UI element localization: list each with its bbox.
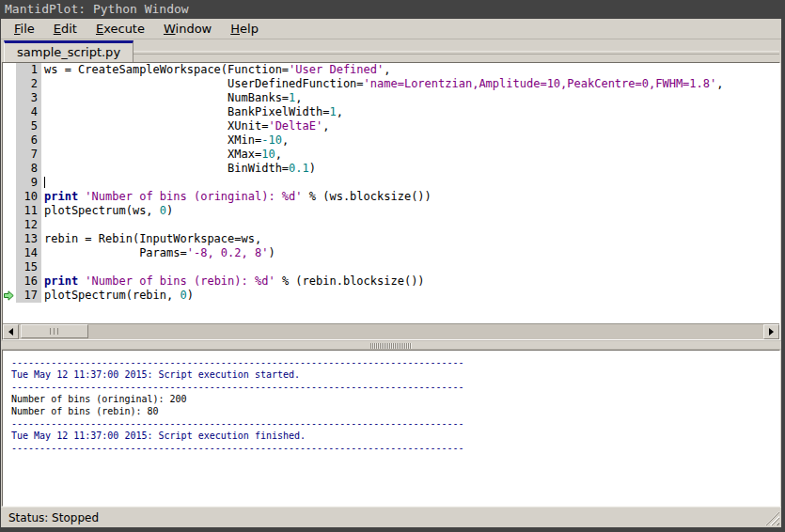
output-line-rule: ----------------------------------------… [11,381,779,393]
code-text: XUnit='DeltaE', [41,119,779,133]
menu-help[interactable]: Help [221,20,268,38]
code-text [41,218,779,232]
line-number: 2 [16,77,41,91]
line-number: 3 [16,91,41,105]
output-line-log: Tue May 12 11:37:00 2015: Script executi… [11,368,779,381]
menu-file[interactable]: File [5,20,44,38]
code-line[interactable]: 17plotSpectrum(rebin, 0) [3,289,779,303]
code-text: BankPixelWidth=1, [41,105,779,119]
script-editor: 1ws = CreateSampleWorkspace(Function='Us… [2,62,780,340]
code-text: Params='-8, 0.2, 8') [41,246,779,260]
scroll-right-button[interactable] [763,324,779,339]
code-line[interactable]: 6 XMin=-10, [3,133,779,148]
code-text [41,176,779,190]
status-text: Status: Stopped [8,511,99,524]
tab-bar: sample_script.py [1,39,781,62]
marker-margin [3,133,16,148]
output-line-print: Number of bins (rebin): 80 [11,405,779,417]
code-line[interactable]: 9 [3,176,779,190]
code-line[interactable]: 12 [3,218,779,232]
code-line[interactable]: 8 BinWidth=0.1) [3,162,779,176]
code-line[interactable]: 5 XUnit='DeltaE', [3,119,779,133]
line-number: 14 [16,246,41,260]
marker-margin [3,105,16,119]
line-number: 17 [16,289,41,303]
marker-margin [3,91,16,105]
code-text: ws = CreateSampleWorkspace(Function='Use… [41,63,779,77]
output-line-log: Tue May 12 11:37:00 2015: Script executi… [11,430,779,442]
menu-window[interactable]: Window [154,20,221,38]
code-line[interactable]: 3 NumBanks=1, [3,91,779,105]
line-number: 7 [16,148,41,162]
code-line[interactable]: 1ws = CreateSampleWorkspace(Function='Us… [3,63,779,77]
tab-sample-script[interactable]: sample_script.py [4,40,133,62]
code-text: print 'Number of bins (oringinal): %d' %… [41,190,779,204]
marker-margin [3,246,16,260]
text-caret [44,177,45,188]
menu-bar: FileEditExecuteWindowHelp [1,19,781,39]
output-line-rule: ----------------------------------------… [11,356,779,368]
code-line[interactable]: 16print 'Number of bins (rebin): %d' % (… [3,274,779,289]
code-text: print 'Number of bins (rebin): %d' % (re… [41,274,779,289]
arrow-left-icon [8,328,13,336]
scrollbar-track[interactable] [19,324,763,339]
output-line-rule: ----------------------------------------… [11,417,779,430]
code-text: rebin = Rebin(InputWorkspace=ws, [41,232,779,246]
line-number: 8 [16,162,41,176]
code-editor-area[interactable]: 1ws = CreateSampleWorkspace(Function='Us… [3,63,779,323]
line-number: 6 [16,133,41,148]
window-content: FileEditExecuteWindowHelp sample_script.… [1,19,781,527]
code-line[interactable]: 2 UserDefinedFunction='name=Lorentzian,A… [3,77,779,91]
code-line[interactable]: 15 [3,260,779,274]
tab-label: sample_script.py [17,45,120,59]
resize-grip-icon[interactable] [765,511,779,525]
title-bar[interactable]: MantidPlot: Python Window [0,0,785,19]
line-number: 16 [16,274,41,289]
scrollbar-thumb[interactable] [21,324,88,338]
marker-margin [3,176,16,190]
menu-execute[interactable]: Execute [86,20,154,38]
code-line[interactable]: 14 Params='-8, 0.2, 8') [3,246,779,260]
line-number: 4 [16,105,41,119]
code-text: XMax=10, [41,148,779,162]
line-number: 13 [16,232,41,246]
marker-margin [3,162,16,176]
code-line[interactable]: 10print 'Number of bins (oringinal): %d'… [3,190,779,204]
scrollbar-grip-icon [50,328,60,335]
line-number: 5 [16,119,41,133]
marker-margin [3,148,16,162]
marker-margin [3,274,16,289]
marker-margin [3,232,16,246]
code-line[interactable]: 13rebin = Rebin(InputWorkspace=ws, [3,232,779,246]
output-line-print: Number of bins (oringinal): 200 [11,393,779,405]
execution-arrow-icon [3,289,16,303]
marker-margin [3,204,16,218]
marker-margin [3,77,16,91]
splitter [1,340,781,350]
output-line-rule: ----------------------------------------… [11,442,779,454]
code-text [41,260,779,274]
marker-margin [3,63,16,77]
marker-margin [3,190,16,204]
status-bar: Status: Stopped [1,507,781,527]
code-text: NumBanks=1, [41,91,779,105]
marker-margin [3,218,16,232]
marker-margin [3,260,16,274]
code-text: UserDefinedFunction='name=Lorentzian,Amp… [41,77,779,91]
scroll-left-button[interactable] [3,324,19,339]
code-line[interactable]: 7 XMax=10, [3,148,779,162]
code-text: BinWidth=0.1) [41,162,779,176]
splitter-handle-icon[interactable] [370,343,412,349]
line-number: 1 [16,63,41,77]
python-window: MantidPlot: Python Window FileEditExecut… [0,0,785,532]
line-number: 12 [16,218,41,232]
code-text: XMin=-10, [41,133,779,148]
menu-edit[interactable]: Edit [44,20,86,38]
marker-margin [3,119,16,133]
code-line[interactable]: 4 BankPixelWidth=1, [3,105,779,119]
output-log-panel[interactable]: ----------------------------------------… [2,350,780,507]
code-line[interactable]: 11plotSpectrum(ws, 0) [3,204,779,218]
line-number: 10 [16,190,41,204]
window-title: MantidPlot: Python Window [5,2,189,16]
horizontal-scrollbar [3,323,779,339]
